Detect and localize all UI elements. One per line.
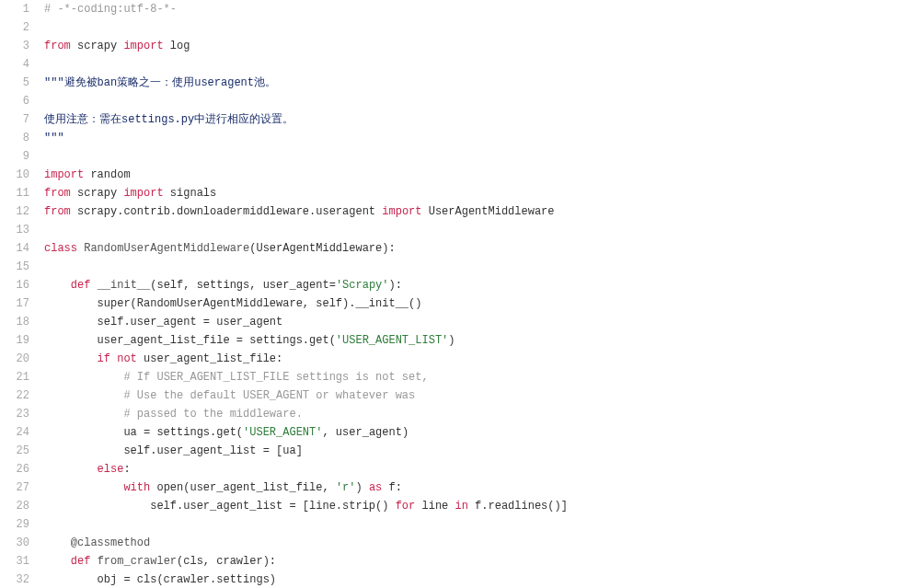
code-line: super(RandomUserAgentMiddleware, self)._… (44, 294, 898, 313)
code-line: self.user_agent = user_agent (44, 313, 898, 331)
line-number: 22 (0, 386, 29, 405)
code-line: if not user_agent_list_file: (44, 350, 898, 368)
code-token: from_crawler (98, 555, 177, 568)
code-token (44, 536, 71, 549)
code-line: self.user_agent_list = [ua] (44, 442, 898, 460)
code-line (44, 55, 898, 74)
code-token: else (98, 463, 124, 476)
code-token: import (382, 205, 421, 218)
line-number: 19 (0, 331, 29, 350)
code-token: from (44, 205, 71, 218)
code-token: def (71, 555, 91, 568)
line-number: 13 (0, 221, 29, 239)
code-token: ) (448, 334, 455, 347)
code-token: scrapy.contrib.downloadermiddleware.user… (71, 205, 382, 218)
code-token (44, 481, 123, 494)
line-number: 28 (0, 497, 29, 515)
line-number: 18 (0, 313, 29, 331)
line-number: 26 (0, 460, 29, 478)
code-line: user_agent_list_file = settings.get('USE… (44, 331, 898, 350)
code-viewer: 1234567891011121314151617181920212223242… (0, 0, 898, 588)
code-token: import (123, 40, 163, 52)
code-token: UserAgentMiddleware (422, 205, 555, 218)
code-line: class RandomUserAgentMiddleware(UserAgen… (44, 239, 898, 258)
line-number: 7 (0, 110, 29, 129)
code-token: 'USER_AGENT' (243, 426, 322, 439)
line-number: 24 (0, 423, 29, 442)
line-number: 1 (0, 0, 29, 18)
line-number: 23 (0, 405, 29, 423)
line-number: 27 (0, 478, 29, 497)
line-number: 17 (0, 294, 29, 313)
code-token: signals (164, 187, 217, 200)
code-body: # -*-coding:utf-8-*-from scrapy import l… (40, 0, 898, 588)
code-token: (self, settings, user_agent= (150, 279, 336, 292)
code-token: as (369, 481, 382, 494)
code-line: from scrapy import signals (44, 184, 898, 202)
line-number: 3 (0, 37, 29, 55)
code-line (44, 18, 898, 37)
code-line: """ (44, 129, 898, 147)
code-token: super(RandomUserAgentMiddleware, self)._… (44, 297, 421, 310)
line-number: 16 (0, 276, 29, 294)
code-token: random (84, 168, 130, 181)
code-line (44, 221, 898, 239)
code-token: for (396, 500, 416, 513)
line-number: 11 (0, 184, 29, 202)
line-number: 15 (0, 258, 29, 276)
code-token: in (455, 500, 468, 513)
line-number: 12 (0, 202, 29, 221)
code-token: @classmethod (71, 536, 150, 549)
code-token: user_agent_list_file = settings.get( (44, 334, 336, 347)
code-line: # Use the default USER_AGENT or whatever… (44, 386, 898, 405)
code-token: def (71, 279, 91, 292)
code-line: # -*-coding:utf-8-*- (44, 0, 898, 18)
code-token (44, 352, 98, 365)
code-line (44, 147, 898, 166)
code-token: from (44, 40, 71, 52)
line-number: 9 (0, 147, 29, 166)
code-token: not (117, 352, 137, 365)
code-token: class (44, 242, 77, 255)
code-token: f.readlines()] (468, 500, 568, 513)
code-token: RandomUserAgentMiddleware (84, 242, 249, 255)
line-number: 8 (0, 129, 29, 147)
code-token: f: (382, 481, 402, 494)
code-token: self.user_agent_list = [line.strip() (44, 500, 396, 513)
code-token (44, 279, 71, 292)
code-token: : (123, 463, 130, 476)
line-number: 6 (0, 92, 29, 110)
code-token: user_agent_list_file: (137, 352, 282, 365)
code-token (44, 408, 123, 421)
line-number: 31 (0, 552, 29, 571)
line-number: 10 (0, 166, 29, 184)
code-token: from (44, 187, 71, 200)
line-number: 32 (0, 571, 29, 588)
code-token: import (44, 168, 84, 181)
code-token: , user_agent) (322, 426, 409, 439)
code-token (44, 389, 123, 402)
code-token: __init__ (98, 279, 151, 292)
code-token: open(user_agent_list_file, (150, 481, 336, 494)
code-line: # passed to the middleware. (44, 405, 898, 423)
code-token: """ (44, 132, 64, 144)
code-token: (cls, crawler): (177, 555, 276, 568)
line-number: 4 (0, 55, 29, 74)
line-number: 20 (0, 350, 29, 368)
code-token (44, 463, 98, 476)
line-number: 21 (0, 368, 29, 386)
code-line (44, 258, 898, 276)
code-token: self.user_agent_list = [ua] (44, 444, 303, 457)
code-line: else: (44, 460, 898, 478)
code-token: ): (388, 279, 401, 292)
code-line: ua = settings.get('USER_AGENT', user_age… (44, 423, 898, 442)
code-token: 'Scrapy' (336, 279, 389, 292)
code-line: def __init__(self, settings, user_agent=… (44, 276, 898, 294)
code-token: # If USER_AGENT_LIST_FILE settings is no… (123, 371, 428, 384)
code-token: 'r' (336, 481, 356, 494)
code-token: 'USER_AGENT_LIST' (336, 334, 448, 347)
code-token: log (164, 40, 190, 52)
code-token: ua = settings.get( (44, 426, 243, 439)
code-line: self.user_agent_list = [line.strip() for… (44, 497, 898, 515)
code-line: # If USER_AGENT_LIST_FILE settings is no… (44, 368, 898, 386)
